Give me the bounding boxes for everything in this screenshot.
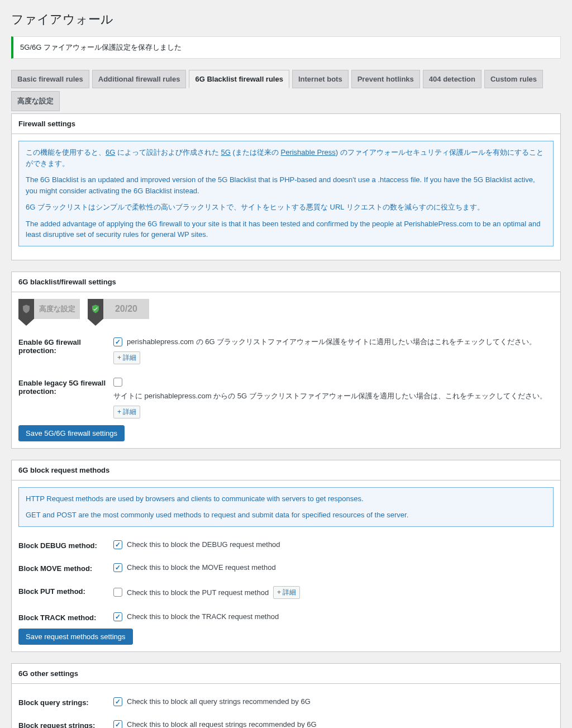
panel-title: 6G other settings (12, 664, 560, 684)
info-text: (または従来の (231, 148, 281, 156)
setting-checkbox[interactable] (113, 612, 122, 621)
tab-prevent-hotlinks[interactable]: Prevent hotlinks (351, 70, 420, 88)
setting-desc: Check this to block all query strings re… (127, 697, 311, 706)
more-details-button[interactable]: + 詳細 (113, 351, 140, 364)
tab--[interactable]: 高度な設定 (11, 91, 60, 111)
setting-label: Block MOVE method: (18, 563, 113, 573)
badge-score: 20/20 (103, 304, 149, 314)
page-title: ファイアウォール (11, 11, 561, 28)
security-badge-score: 20/20 (88, 299, 149, 319)
info-text: GET and POST are the most commonly used … (26, 510, 546, 521)
success-notice: 5G/6G ファイアウォール保護設定を保存しました (11, 36, 561, 59)
tab-6g-blacklist-firewall-rules[interactable]: 6G Blacklist firewall rules (189, 70, 289, 88)
setting-checkbox[interactable] (113, 563, 122, 572)
enable-6g-label: Enable 6G firewall protection: (18, 337, 113, 355)
panel-title: Firewall settings (12, 114, 560, 134)
enable-5g-desc: サイトに perishablepress.com からの 5G ブラックリストフ… (113, 391, 547, 401)
badge-label: 高度な設定 (34, 304, 80, 314)
link-6g[interactable]: 6G (106, 148, 115, 156)
setting-label: Block TRACK method: (18, 612, 113, 622)
setting-checkbox[interactable] (113, 697, 122, 706)
more-details-button[interactable]: + 詳細 (273, 586, 300, 599)
setting-desc: Check this to block the PUT request meth… (127, 588, 269, 597)
setting-desc: Check this to block the MOVE request met… (127, 563, 276, 572)
tab-basic-firewall-rules[interactable]: Basic firewall rules (11, 70, 89, 88)
tab-internet-bots[interactable]: Internet bots (292, 70, 349, 88)
6g-block-request-methods-panel: 6G block request methods HTTP Request me… (11, 460, 561, 652)
info-text: The 6G Blacklist is an updated and impro… (26, 174, 546, 196)
setting-checkbox[interactable] (113, 540, 122, 549)
firewall-settings-panel: Firewall settings この機能を使用すると、6G によって設計およ… (11, 113, 561, 260)
enable-6g-checkbox[interactable] (113, 337, 122, 346)
shield-icon (21, 304, 31, 314)
setting-label: Block request strings: (18, 720, 113, 729)
setting-label: Block query strings: (18, 697, 113, 707)
setting-label: Block DEBUG method: (18, 540, 113, 550)
save-5g6g-button[interactable]: Save 5G/6G firewall settings (18, 425, 125, 441)
setting-checkbox[interactable] (113, 588, 122, 597)
more-details-button[interactable]: + 詳細 (113, 406, 140, 418)
info-text: HTTP Request methods are used by browser… (26, 493, 546, 505)
6g-other-settings-panel: 6G other settings Block query strings: C… (11, 663, 561, 729)
setting-desc: Check this to block the DEBUG request me… (127, 540, 280, 549)
setting-desc: Check this to block all request strings … (127, 720, 317, 728)
info-text: によって設計および作成された (115, 148, 221, 156)
panel-title: 6G block request methods (12, 460, 560, 480)
enable-6g-desc: perishablepress.com の 6G ブラックリストファイアウォール… (127, 337, 536, 347)
setting-desc: Check this to block the TRACK request me… (127, 612, 279, 621)
link-5g[interactable]: 5G (221, 148, 231, 156)
setting-checkbox[interactable] (113, 720, 122, 729)
enable-5g-label: Enable legacy 5G firewall protection: (18, 378, 113, 396)
setting-label: Block PUT method: (18, 586, 113, 596)
info-text: この機能を使用すると、 (26, 148, 106, 156)
enable-5g-checkbox[interactable] (113, 378, 122, 387)
security-badge-advanced: 高度な設定 (18, 299, 80, 319)
shield-check-icon (90, 304, 101, 314)
firewall-tabs: Basic firewall rulesAdditional firewall … (11, 70, 561, 114)
info-text: 6G ブラックリストはシンプルで柔軟性の高いブラックリストで、サイトをヒットする… (26, 202, 546, 213)
tab-404-detection[interactable]: 404 detection (423, 70, 482, 88)
request-methods-info-box: HTTP Request methods are used by browser… (18, 487, 554, 527)
info-text: The added advantage of applying the 6G f… (26, 218, 546, 240)
firewall-info-box: この機能を使用すると、6G によって設計および作成された 5G (または従来の … (18, 141, 554, 246)
6g-blacklist-settings-panel: 6G blacklist/firewall settings 高度な設定 (11, 272, 561, 449)
save-request-methods-button[interactable]: Save request methods settings (18, 629, 133, 645)
tab-custom-rules[interactable]: Custom rules (484, 70, 543, 88)
tab-additional-firewall-rules[interactable]: Additional firewall rules (92, 70, 187, 88)
panel-title: 6G blacklist/firewall settings (12, 272, 560, 292)
link-perishable-press[interactable]: Perishable Press (280, 148, 335, 156)
